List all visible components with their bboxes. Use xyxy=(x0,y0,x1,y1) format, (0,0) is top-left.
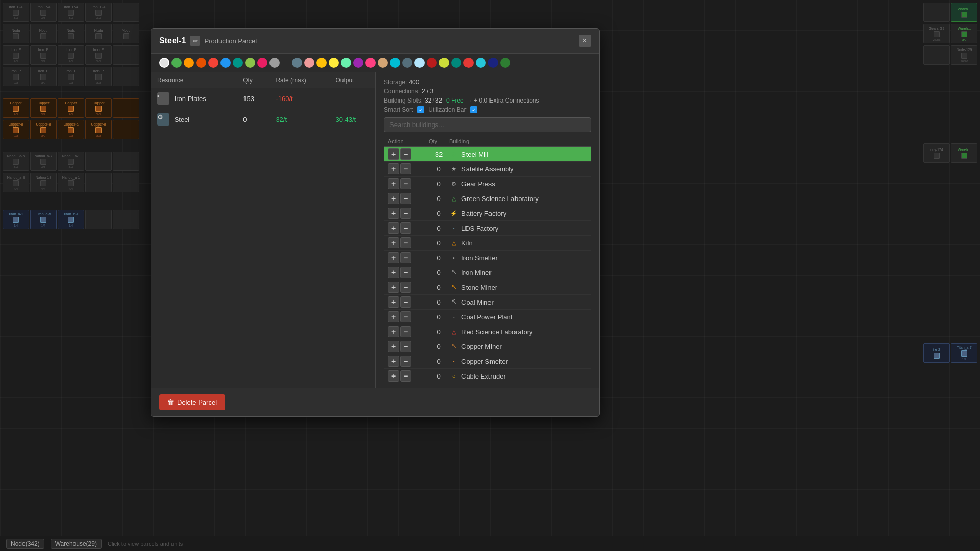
production-parcel-dialog: Steel-1 ✏ Production Parcel × xyxy=(151,28,600,417)
building-row[interactable]: + − 0 △ Kiln xyxy=(384,236,591,251)
color-swatch-emerald[interactable] xyxy=(451,58,461,68)
color-swatch-cyan[interactable] xyxy=(390,58,400,68)
color-swatch-darkorange[interactable] xyxy=(196,58,206,68)
add-building-button[interactable]: + xyxy=(388,208,399,219)
color-swatch-yellow[interactable] xyxy=(329,58,339,68)
action-buttons: + − xyxy=(388,341,429,352)
color-swatch-tan[interactable] xyxy=(378,58,388,68)
remove-building-button[interactable]: − xyxy=(400,222,411,234)
building-row[interactable]: + − 0 - Coal Power Plant xyxy=(384,310,591,324)
building-info: ⚙ Gear Press xyxy=(449,179,587,188)
add-building-button[interactable]: + xyxy=(388,193,399,204)
add-building-button[interactable]: + xyxy=(388,237,399,248)
remove-building-button[interactable]: − xyxy=(400,267,411,278)
delete-label: Delete Parcel xyxy=(177,398,217,406)
color-swatch-khaki[interactable] xyxy=(439,58,449,68)
dialog-title: Steel-1 xyxy=(159,36,186,45)
building-row[interactable]: + − 0 △ Green Science Laboratory xyxy=(384,191,591,206)
add-building-button[interactable]: + xyxy=(388,267,399,278)
building-row[interactable]: + − 0 ⚡ Battery Factory xyxy=(384,206,591,221)
add-building-button[interactable]: + xyxy=(388,370,399,382)
color-swatch-crimson[interactable] xyxy=(463,58,474,68)
remove-building-button[interactable]: − xyxy=(400,356,411,367)
color-swatch-navy[interactable] xyxy=(488,58,498,68)
remove-building-button[interactable]: − xyxy=(400,296,411,308)
building-row[interactable]: + − 0 ⛏ Coal Miner xyxy=(384,295,591,310)
add-building-button[interactable]: + xyxy=(388,311,399,322)
color-swatch-hotpink[interactable] xyxy=(365,58,376,68)
add-building-button[interactable]: + xyxy=(388,282,399,293)
color-swatch-salmon[interactable] xyxy=(304,58,314,68)
remove-building-button[interactable]: − xyxy=(400,370,411,382)
add-building-button[interactable]: + xyxy=(388,163,399,174)
resource-qty: 0 xyxy=(237,109,270,130)
tile xyxy=(113,210,139,229)
building-row[interactable]: + − 0 ▪ Iron Smelter xyxy=(384,251,591,265)
building-row[interactable]: + − 0 ⛏ Stone Miner xyxy=(384,280,591,295)
building-slots-label: Building Slots: xyxy=(384,97,423,104)
add-building-button[interactable]: + xyxy=(388,326,399,337)
building-name: Cable Extruder xyxy=(461,372,506,380)
color-swatch-red[interactable] xyxy=(208,58,218,68)
tile: Iron_P3/3 xyxy=(58,45,84,65)
remove-building-button[interactable]: − xyxy=(400,163,411,174)
color-swatch-darkred[interactable] xyxy=(427,58,437,68)
remove-building-button[interactable]: − xyxy=(400,208,411,219)
remove-building-button[interactable]: − xyxy=(400,282,411,293)
tile: Iron_P3/3 xyxy=(85,45,112,65)
color-swatch-darkgreen[interactable] xyxy=(500,58,510,68)
remove-building-button[interactable]: − xyxy=(400,148,411,160)
color-swatch-turquoise[interactable] xyxy=(476,58,486,68)
color-swatch-white[interactable] xyxy=(159,58,169,68)
remove-building-button[interactable]: − xyxy=(400,341,411,352)
color-swatch-green[interactable] xyxy=(172,58,182,68)
building-row[interactable]: + − 0 ▪ Copper Smelter xyxy=(384,354,591,369)
resource-section: Resource Qty Rate (max) Output ▪ Iron Pl… xyxy=(151,72,376,388)
building-row[interactable]: + − 0 ⛏ Iron Miner xyxy=(384,265,591,280)
color-swatch-blue[interactable] xyxy=(220,58,231,68)
building-qty: 0 xyxy=(429,313,449,321)
building-row[interactable]: + − 0 ⛏ Copper Miner xyxy=(384,339,591,354)
color-swatch-slate[interactable] xyxy=(402,58,412,68)
building-row[interactable]: + − 32 ⚙ Steel Mill xyxy=(384,147,591,162)
add-building-button[interactable]: + xyxy=(388,178,399,189)
remove-building-button[interactable]: − xyxy=(400,178,411,189)
add-building-button[interactable]: + xyxy=(388,356,399,367)
building-info: △ Kiln xyxy=(449,238,587,247)
smart-sort-checkbox[interactable]: ✓ xyxy=(417,106,424,113)
remove-building-button[interactable]: − xyxy=(400,311,411,322)
edit-icon[interactable]: ✏ xyxy=(190,36,200,46)
building-row[interactable]: + − 0 △ Red Science Laboratory xyxy=(384,324,591,339)
utilization-bar-checkbox[interactable]: ✓ xyxy=(470,106,477,113)
add-building-button[interactable]: + xyxy=(388,341,399,352)
color-swatch-amber[interactable] xyxy=(316,58,327,68)
color-swatch-gray[interactable] xyxy=(270,58,280,68)
building-row[interactable]: + − 0 ★ Satelite Assembly xyxy=(384,162,591,177)
color-swatch-lightgreen[interactable] xyxy=(341,58,351,68)
add-building-button[interactable]: + xyxy=(388,296,399,308)
delete-parcel-button[interactable]: 🗑 Delete Parcel xyxy=(159,394,225,410)
color-swatch-purple[interactable] xyxy=(353,58,363,68)
resource-qty: 153 xyxy=(237,88,270,109)
color-swatch-pink[interactable] xyxy=(257,58,267,68)
remove-building-button[interactable]: − xyxy=(400,252,411,263)
building-row[interactable]: + − 0 ○ Cable Extruder xyxy=(384,369,591,382)
remove-building-button[interactable]: − xyxy=(400,237,411,248)
add-building-button[interactable]: + xyxy=(388,222,399,234)
titan-tile: Titan_a-51/4 xyxy=(30,210,57,229)
remove-building-button[interactable]: − xyxy=(400,326,411,337)
color-swatch-lime[interactable] xyxy=(245,58,255,68)
search-buildings-input[interactable] xyxy=(384,117,591,132)
add-building-button[interactable]: + xyxy=(388,148,399,160)
header-building: Building xyxy=(449,138,587,144)
close-button[interactable]: × xyxy=(579,35,591,47)
color-swatch-lightblue[interactable] xyxy=(414,58,425,68)
add-building-button[interactable]: + xyxy=(388,252,399,263)
color-swatch-orange[interactable] xyxy=(184,58,194,68)
remove-building-button[interactable]: − xyxy=(400,193,411,204)
color-swatch-teal[interactable] xyxy=(233,58,243,68)
building-row[interactable]: + − 0 ▪ LDS Factory xyxy=(384,221,591,236)
color-swatch-gray2[interactable] xyxy=(292,58,302,68)
building-row[interactable]: + − 0 ⚙ Gear Press xyxy=(384,177,591,191)
storage-label: Storage: xyxy=(384,79,407,86)
